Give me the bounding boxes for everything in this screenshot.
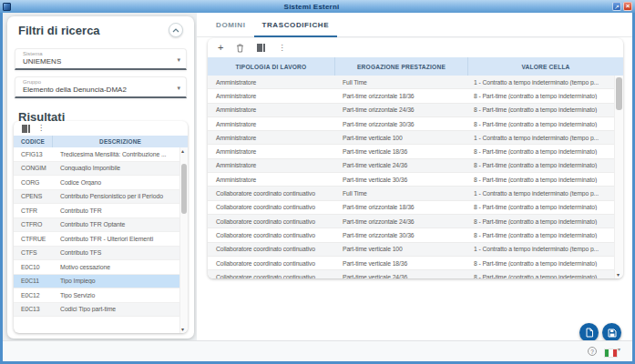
trascodifica-row[interactable]: Collaboratore coordinato continuativo Pa…: [208, 257, 623, 270]
result-code: E0C10: [14, 264, 53, 270]
close-window-button[interactable]: ×: [623, 2, 632, 11]
results-row[interactable]: CTFR Contributo TFR: [14, 204, 188, 218]
tab-domini[interactable]: DOMINI: [208, 13, 254, 36]
cell-valore: 8 - Part-time (contratto a tempo indeter…: [468, 93, 623, 99]
trascodifica-row[interactable]: Collaboratore coordinato continuativo Pa…: [208, 228, 623, 242]
cell-erogazione: Part-time verticale 100: [335, 135, 468, 141]
gruppo-label: Gruppo: [23, 79, 171, 86]
result-description: Contributo TFR: [53, 207, 188, 214]
result-code: E0C11: [14, 278, 53, 284]
sistema-select[interactable]: Sistema UNIEMENS ▾: [15, 48, 187, 70]
result-description: Tredicesima Mensilità: Contribuzione ...: [53, 151, 188, 157]
columns-icon[interactable]: [22, 125, 30, 133]
results-row[interactable]: CORG Codice Organo: [14, 176, 188, 190]
results-row[interactable]: E0C12 Tipo Servizio: [14, 288, 188, 303]
trascodifica-row[interactable]: Amministratore Part-time orizzontale 24/…: [208, 104, 623, 117]
more-options-icon[interactable]: ⋮: [37, 125, 45, 132]
add-icon[interactable]: +: [218, 43, 223, 53]
result-description: Codice Organo: [53, 179, 188, 186]
sistema-label: Sistema: [23, 51, 171, 57]
trascodifica-row[interactable]: Amministratore Part-time orizzontale 18/…: [208, 89, 623, 103]
results-row[interactable]: E0C10 Motivo cessazione: [14, 260, 188, 275]
cell-valore: 8 - Part-time (contratto a tempo indeter…: [468, 121, 623, 127]
column-header-valore: VALORE CELLA: [468, 57, 623, 76]
column-header-erogazione: EROGAZIONE PRESTAZIONE: [335, 57, 468, 76]
results-row[interactable]: CONGIM Conguaglio Imponibile: [14, 162, 188, 177]
cell-erogazione: Part-time verticale 24/36: [335, 274, 468, 278]
results-row[interactable]: CTFRO Contributo TFR Optante: [14, 218, 188, 233]
cell-tipologia: Amministratore: [208, 135, 335, 141]
language-selector[interactable]: ▾: [605, 347, 620, 357]
app-window: Sistemi Esterni ↗ × Filtri di ricerca Si…: [0, 0, 635, 364]
gruppo-select[interactable]: Gruppo Elemento della Denuncia-DMA2 ▾: [15, 76, 187, 98]
cell-tipologia: Collaboratore coordinato continuativo: [208, 246, 335, 252]
cell-valore: 1 - Contratto a tempo indeterminato (tem…: [468, 190, 623, 197]
scroll-up-icon[interactable]: ▴: [181, 148, 184, 154]
trascodifica-row[interactable]: Collaboratore coordinato continuativo Pa…: [208, 215, 623, 228]
restore-window-button[interactable]: ↗: [612, 2, 621, 11]
italian-flag-icon: [605, 349, 617, 357]
result-description: Contributo Pensionistico per il Periodo: [53, 193, 188, 199]
cell-erogazione: Part-time verticale 18/36: [335, 148, 468, 155]
cell-tipologia: Collaboratore coordinato continuativo: [208, 260, 335, 267]
gruppo-value: Elemento della Denuncia-DMA2: [23, 86, 171, 95]
results-row[interactable]: CTFS Contributo TFS: [14, 247, 188, 261]
scroll-down-icon[interactable]: ▾: [181, 327, 184, 332]
trascodifica-row[interactable]: Amministratore Part-time verticale 18/36…: [208, 145, 623, 158]
cell-valore: 8 - Part-time (contratto a tempo indeter…: [468, 232, 623, 238]
cell-erogazione: Part-time orizzontale 18/36: [335, 204, 468, 210]
results-row[interactable]: CPENS Contributo Pensionistico per il Pe…: [14, 190, 188, 205]
result-description: Tipo Impiego: [53, 278, 188, 284]
cell-valore: 8 - Part-time (contratto a tempo indeter…: [468, 148, 623, 155]
export-document-button[interactable]: [579, 323, 599, 342]
trascodifiche-rows: Amministratore Full Time 1 - Contratto a…: [208, 76, 623, 278]
trascodifica-row[interactable]: Amministratore Part-time verticale 24/36…: [208, 159, 623, 173]
results-row[interactable]: E0C11 Tipo Impiego: [14, 275, 188, 289]
title-bar: Sistemi Esterni ↗ ×: [0, 0, 635, 13]
scroll-down-icon[interactable]: ▾: [617, 272, 620, 278]
results-toolbar: ⋮: [14, 121, 188, 136]
delete-icon[interactable]: [236, 44, 244, 53]
cell-valore: 8 - Part-time (contratto a tempo indeter…: [468, 106, 623, 113]
cell-erogazione: Part-time verticale 30/36: [335, 177, 468, 183]
cell-valore: 8 - Part-time (contratto a tempo indeter…: [468, 260, 623, 267]
result-code: CTFS: [14, 249, 53, 256]
trascodifica-row[interactable]: Collaboratore coordinato continuativo Pa…: [208, 201, 623, 215]
result-code: E0C12: [14, 292, 53, 298]
trascodifica-row[interactable]: Amministratore Part-time orizzontale 30/…: [208, 117, 623, 131]
cell-tipologia: Collaboratore coordinato continuativo: [208, 190, 335, 197]
results-row[interactable]: CFIG13 Tredicesima Mensilità: Contribuzi…: [14, 147, 188, 162]
cell-erogazione: Part-time orizzontale 30/36: [335, 121, 468, 127]
cell-valore: 8 - Part-time (contratto a tempo indeter…: [468, 177, 623, 183]
trascodifica-row[interactable]: Collaboratore coordinato continuativo Fu…: [208, 187, 623, 200]
trascodifiche-scrollbar[interactable]: ▾: [614, 76, 623, 278]
save-button[interactable]: [602, 323, 621, 342]
more-options-icon[interactable]: ⋮: [278, 45, 285, 52]
chevron-down-icon: ▾: [618, 347, 620, 352]
trascodifica-row[interactable]: Amministratore Part-time verticale 100 1…: [208, 131, 623, 145]
trascodifica-row[interactable]: Amministratore Part-time verticale 30/36…: [208, 173, 623, 187]
cell-erogazione: Part-time verticale 18/36: [335, 260, 468, 267]
trascodifica-row[interactable]: Collaboratore coordinato continuativo Pa…: [208, 243, 623, 257]
help-icon[interactable]: ?: [588, 347, 597, 356]
trascodifica-row[interactable]: Collaboratore coordinato continuativo Pa…: [208, 270, 623, 278]
window-content: Filtri di ricerca Sistema UNIEMENS ▾ Gru…: [3, 13, 632, 361]
collapse-filters-button[interactable]: [169, 23, 183, 37]
trascodifica-row[interactable]: Amministratore Full Time 1 - Contratto a…: [208, 76, 623, 89]
cell-erogazione: Full Time: [335, 190, 468, 197]
column-header-tipologia: TIPOLOGIA DI LAVORO: [208, 57, 335, 76]
scrollbar-thumb[interactable]: [616, 77, 622, 110]
status-bar: ? ▾: [3, 340, 632, 361]
trascodifiche-table-header: TIPOLOGIA DI LAVORO EROGAZIONE PRESTAZIO…: [208, 57, 623, 76]
columns-icon[interactable]: [257, 44, 265, 52]
cell-erogazione: Part-time orizzontale 30/36: [335, 232, 468, 238]
scrollbar-thumb[interactable]: [181, 164, 187, 214]
tab-trascodifiche[interactable]: TRASCODIFICHE: [254, 13, 338, 36]
results-scrollbar[interactable]: ▴ ▾: [179, 147, 188, 333]
result-code: CFIG13: [14, 151, 53, 157]
cell-valore: 8 - Part-time (contratto a tempo indeter…: [468, 162, 623, 168]
cell-erogazione: Part-time verticale 24/36: [335, 162, 468, 168]
results-row[interactable]: E0C13 Codici Tipo part-time: [14, 303, 188, 318]
cell-tipologia: Amministratore: [208, 79, 335, 86]
results-row[interactable]: CTFRUE Contributo TFR - Ulteriori Elemen…: [14, 232, 188, 247]
